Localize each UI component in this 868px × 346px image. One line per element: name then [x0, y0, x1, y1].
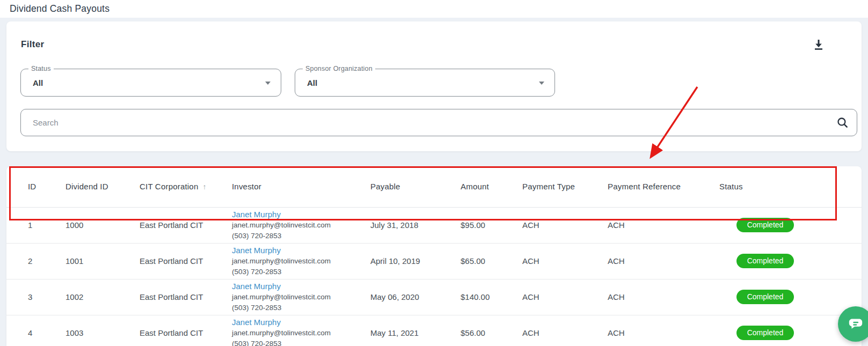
column-header-status[interactable]: Status: [719, 166, 862, 207]
column-header-dividend-id[interactable]: Dividend ID: [65, 166, 140, 207]
search-input[interactable]: [20, 109, 857, 136]
investor-phone: (503) 720-2853: [232, 267, 370, 277]
column-header-investor[interactable]: Investor: [232, 166, 370, 207]
cell-investor: Janet Murphy janet.murphy@tolinvestcit.c…: [232, 243, 370, 279]
cell-amount: $65.00: [461, 243, 522, 279]
cell-payment-reference: ACH: [608, 207, 719, 243]
cell-payment-type: ACH: [522, 315, 608, 346]
status-select[interactable]: Status All: [20, 69, 281, 97]
cell-payment-type: ACH: [522, 279, 608, 315]
table-header-row: ID Dividend ID CIT Corporation↑ Investor…: [6, 166, 862, 207]
table-row: 2 1001 East Portland CIT Janet Murphy ja…: [6, 243, 862, 279]
cell-id: 3: [6, 279, 65, 315]
table-row: 1 1000 East Portland CIT Janet Murphy ja…: [6, 207, 862, 243]
cell-amount: $140.00: [461, 279, 522, 315]
cell-investor: Janet Murphy janet.murphy@tolinvestcit.c…: [232, 315, 370, 346]
cell-payable: May 11, 2021: [370, 315, 461, 346]
investor-phone: (503) 720-2853: [232, 303, 370, 313]
status-badge: Completed: [736, 326, 794, 340]
investor-email: janet.murphy@tolinvestcit.com: [232, 292, 370, 303]
cell-dividend-id: 1002: [65, 279, 140, 315]
column-header-amount[interactable]: Amount: [461, 166, 522, 207]
investor-link[interactable]: Janet Murphy: [232, 209, 370, 220]
status-badge: Completed: [736, 254, 794, 268]
cell-amount: $56.00: [461, 315, 522, 346]
cell-cit-corporation: East Portland CIT: [140, 279, 232, 315]
sponsor-organization-select-value: All: [307, 78, 317, 87]
cell-dividend-id: 1000: [65, 207, 140, 243]
cell-dividend-id: 1001: [65, 243, 140, 279]
cell-status: Completed: [719, 279, 862, 315]
cell-payable: May 06, 2020: [370, 279, 461, 315]
sponsor-organization-select-label: Sponsor Organization: [303, 65, 375, 72]
table-row: 4 1003 East Portland CIT Janet Murphy ja…: [6, 315, 862, 346]
status-select-label: Status: [28, 65, 54, 72]
cell-payment-type: ACH: [522, 243, 608, 279]
investor-link[interactable]: Janet Murphy: [232, 317, 370, 328]
cell-status: Completed: [719, 243, 862, 279]
cell-investor: Janet Murphy janet.murphy@tolinvestcit.c…: [232, 279, 370, 315]
status-badge: Completed: [736, 290, 794, 304]
filter-panel: Filter Status All Sponsor Organization A…: [6, 21, 862, 151]
cell-id: 1: [6, 207, 65, 243]
column-header-id[interactable]: ID: [6, 166, 65, 207]
cell-payable: July 31, 2018: [370, 207, 461, 243]
sort-ascending-icon: ↑: [202, 182, 206, 191]
status-badge: Completed: [736, 218, 794, 232]
cell-id: 4: [6, 315, 65, 346]
chevron-down-icon: [265, 82, 271, 85]
cell-payment-reference: ACH: [608, 243, 719, 279]
filter-panel-title: Filter: [21, 39, 44, 50]
cell-investor: Janet Murphy janet.murphy@tolinvestcit.c…: [232, 207, 370, 243]
download-icon: [812, 45, 825, 53]
cell-payment-reference: ACH: [608, 279, 719, 315]
chat-bubble-icon: [848, 315, 864, 333]
table-row: 3 1002 East Portland CIT Janet Murphy ja…: [6, 279, 862, 315]
investor-email: janet.murphy@tolinvestcit.com: [232, 256, 370, 267]
cell-cit-corporation: East Portland CIT: [140, 207, 232, 243]
download-button[interactable]: [811, 36, 827, 53]
cell-payable: April 10, 2019: [370, 243, 461, 279]
column-header-payable[interactable]: Payable: [370, 166, 461, 207]
cell-dividend-id: 1003: [65, 315, 140, 346]
chevron-down-icon: [539, 82, 544, 85]
cell-cit-corporation: East Portland CIT: [140, 243, 232, 279]
search-field-container: [20, 109, 857, 136]
cell-payment-type: ACH: [522, 207, 608, 243]
investor-link[interactable]: Janet Murphy: [232, 245, 370, 256]
column-header-payment-reference[interactable]: Payment Reference: [608, 166, 719, 207]
investor-phone: (503) 720-2853: [232, 338, 370, 346]
cell-cit-corporation: East Portland CIT: [140, 315, 232, 346]
payouts-table-panel: ID Dividend ID CIT Corporation↑ Investor…: [6, 166, 862, 346]
payouts-table: ID Dividend ID CIT Corporation↑ Investor…: [6, 166, 862, 346]
investor-email: janet.murphy@tolinvestcit.com: [232, 328, 370, 338]
investor-link[interactable]: Janet Murphy: [232, 281, 370, 292]
page-header: Dividend Cash Payouts: [0, 0, 868, 18]
cell-status: Completed: [719, 207, 862, 243]
cell-amount: $95.00: [461, 207, 522, 243]
investor-email: janet.murphy@tolinvestcit.com: [232, 220, 370, 231]
column-header-cit-corporation[interactable]: CIT Corporation↑: [140, 166, 232, 207]
status-select-value: All: [33, 78, 43, 87]
page-title: Dividend Cash Payouts: [10, 0, 110, 18]
cell-payment-reference: ACH: [608, 315, 719, 346]
investor-phone: (503) 720-2853: [232, 231, 370, 241]
column-header-payment-type[interactable]: Payment Type: [522, 166, 608, 207]
cell-id: 2: [6, 243, 65, 279]
sponsor-organization-select[interactable]: Sponsor Organization All: [295, 69, 555, 97]
search-icon[interactable]: [836, 116, 849, 129]
